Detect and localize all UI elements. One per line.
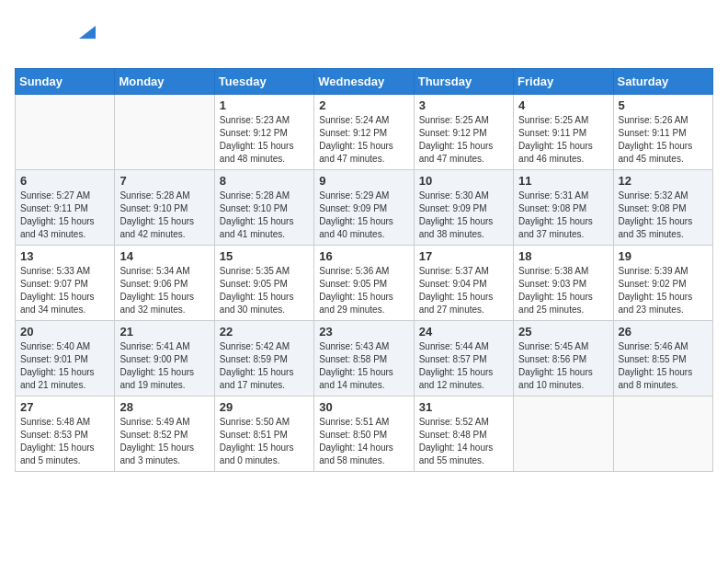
day-number: 1 [220,98,309,112]
calendar-day-23: 23Sunrise: 5:43 AM Sunset: 8:58 PM Dayli… [314,321,414,396]
day-info: Sunrise: 5:50 AM Sunset: 8:51 PM Dayligh… [220,416,309,467]
calendar-body: 1Sunrise: 5:23 AM Sunset: 9:12 PM Daylig… [16,95,713,472]
day-number: 15 [220,249,309,263]
day-number: 24 [419,325,508,339]
calendar-table: SundayMondayTuesdayWednesdayThursdayFrid… [15,68,713,472]
day-number: 27 [20,400,109,414]
calendar-day-10: 10Sunrise: 5:30 AM Sunset: 9:09 PM Dayli… [414,170,513,246]
day-info: Sunrise: 5:38 AM Sunset: 9:03 PM Dayligh… [518,265,608,316]
calendar-empty-cell [613,396,712,472]
day-info: Sunrise: 5:25 AM Sunset: 9:12 PM Dayligh… [419,114,508,166]
day-number: 3 [419,98,508,112]
day-info: Sunrise: 5:49 AM Sunset: 8:52 PM Dayligh… [119,416,209,467]
svg-marker-0 [79,26,96,39]
day-number: 16 [319,249,408,263]
weekday-header-friday: Friday [514,69,613,95]
day-info: Sunrise: 5:26 AM Sunset: 9:11 PM Dayligh… [619,114,708,166]
calendar-day-21: 21Sunrise: 5:41 AM Sunset: 9:00 PM Dayli… [115,321,214,396]
calendar-day-15: 15Sunrise: 5:35 AM Sunset: 9:05 PM Dayli… [214,246,313,321]
calendar-day-2: 2Sunrise: 5:24 AM Sunset: 9:12 PM Daylig… [314,95,414,170]
day-info: Sunrise: 5:39 AM Sunset: 9:02 PM Dayligh… [619,265,708,316]
calendar-day-1: 1Sunrise: 5:23 AM Sunset: 9:12 PM Daylig… [214,95,313,170]
day-info: Sunrise: 5:46 AM Sunset: 8:55 PM Dayligh… [619,340,708,392]
day-number: 9 [319,174,408,188]
day-number: 4 [518,98,608,112]
day-info: Sunrise: 5:43 AM Sunset: 8:58 PM Dayligh… [319,340,408,392]
day-number: 22 [220,325,309,339]
page-header [15,15,713,61]
day-number: 18 [518,249,608,263]
weekday-header-monday: Monday [115,69,214,95]
calendar-day-4: 4Sunrise: 5:25 AM Sunset: 9:11 PM Daylig… [514,95,613,170]
calendar-day-5: 5Sunrise: 5:26 AM Sunset: 9:11 PM Daylig… [613,95,712,170]
logo-wing-icon [75,22,96,42]
day-number: 19 [619,249,708,263]
day-number: 29 [220,400,309,414]
day-number: 20 [20,325,109,339]
logo [15,15,79,61]
calendar-week-row: 1Sunrise: 5:23 AM Sunset: 9:12 PM Daylig… [16,95,713,170]
calendar-day-27: 27Sunrise: 5:48 AM Sunset: 8:53 PM Dayli… [16,396,115,472]
calendar-empty-cell [514,396,613,472]
calendar-day-25: 25Sunrise: 5:45 AM Sunset: 8:56 PM Dayli… [514,321,613,396]
calendar-week-row: 13Sunrise: 5:33 AM Sunset: 9:07 PM Dayli… [16,246,713,321]
day-number: 30 [319,400,408,414]
day-info: Sunrise: 5:34 AM Sunset: 9:06 PM Dayligh… [119,265,209,316]
day-info: Sunrise: 5:29 AM Sunset: 9:09 PM Dayligh… [319,190,408,241]
day-info: Sunrise: 5:37 AM Sunset: 9:04 PM Dayligh… [419,265,508,316]
calendar-day-18: 18Sunrise: 5:38 AM Sunset: 9:03 PM Dayli… [514,246,613,321]
day-info: Sunrise: 5:44 AM Sunset: 8:57 PM Dayligh… [419,340,508,392]
calendar-day-20: 20Sunrise: 5:40 AM Sunset: 9:01 PM Dayli… [16,321,115,396]
weekday-header-thursday: Thursday [414,69,513,95]
day-number: 25 [518,325,608,339]
calendar-week-row: 20Sunrise: 5:40 AM Sunset: 9:01 PM Dayli… [16,321,713,396]
calendar-day-24: 24Sunrise: 5:44 AM Sunset: 8:57 PM Dayli… [414,321,513,396]
day-info: Sunrise: 5:36 AM Sunset: 9:05 PM Dayligh… [319,265,408,316]
calendar-day-12: 12Sunrise: 5:32 AM Sunset: 9:08 PM Dayli… [613,170,712,246]
day-number: 31 [419,400,508,414]
day-number: 7 [119,174,209,188]
calendar-day-30: 30Sunrise: 5:51 AM Sunset: 8:50 PM Dayli… [314,396,414,472]
calendar-day-14: 14Sunrise: 5:34 AM Sunset: 9:06 PM Dayli… [115,246,214,321]
calendar-empty-cell [115,95,214,170]
day-info: Sunrise: 5:52 AM Sunset: 8:48 PM Dayligh… [419,416,508,467]
calendar-day-16: 16Sunrise: 5:36 AM Sunset: 9:05 PM Dayli… [314,246,414,321]
calendar-day-3: 3Sunrise: 5:25 AM Sunset: 9:12 PM Daylig… [414,95,513,170]
day-info: Sunrise: 5:45 AM Sunset: 8:56 PM Dayligh… [518,340,608,392]
calendar-week-row: 6Sunrise: 5:27 AM Sunset: 9:11 PM Daylig… [16,170,713,246]
day-info: Sunrise: 5:28 AM Sunset: 9:10 PM Dayligh… [119,190,209,241]
calendar-day-22: 22Sunrise: 5:42 AM Sunset: 8:59 PM Dayli… [214,321,313,396]
calendar-day-29: 29Sunrise: 5:50 AM Sunset: 8:51 PM Dayli… [214,396,313,472]
calendar-day-7: 7Sunrise: 5:28 AM Sunset: 9:10 PM Daylig… [115,170,214,246]
day-info: Sunrise: 5:48 AM Sunset: 8:53 PM Dayligh… [20,416,109,467]
day-number: 13 [20,249,109,263]
day-info: Sunrise: 5:33 AM Sunset: 9:07 PM Dayligh… [20,265,109,316]
weekday-header-wednesday: Wednesday [314,69,414,95]
day-number: 23 [319,325,408,339]
day-info: Sunrise: 5:51 AM Sunset: 8:50 PM Dayligh… [319,416,408,467]
day-info: Sunrise: 5:28 AM Sunset: 9:10 PM Dayligh… [220,190,309,241]
calendar-empty-cell [16,95,115,170]
day-info: Sunrise: 5:27 AM Sunset: 9:11 PM Dayligh… [20,190,109,241]
day-info: Sunrise: 5:31 AM Sunset: 9:08 PM Dayligh… [518,190,608,241]
weekday-header-saturday: Saturday [613,69,712,95]
day-number: 5 [619,98,708,112]
calendar-day-8: 8Sunrise: 5:28 AM Sunset: 9:10 PM Daylig… [214,170,313,246]
calendar-day-9: 9Sunrise: 5:29 AM Sunset: 9:09 PM Daylig… [314,170,414,246]
day-number: 8 [220,174,309,188]
calendar-day-31: 31Sunrise: 5:52 AM Sunset: 8:48 PM Dayli… [414,396,513,472]
day-number: 12 [619,174,708,188]
calendar-day-17: 17Sunrise: 5:37 AM Sunset: 9:04 PM Dayli… [414,246,513,321]
day-number: 10 [419,174,508,188]
weekday-header-tuesday: Tuesday [214,69,313,95]
calendar-day-13: 13Sunrise: 5:33 AM Sunset: 9:07 PM Dayli… [16,246,115,321]
day-info: Sunrise: 5:32 AM Sunset: 9:08 PM Dayligh… [619,190,708,241]
day-number: 6 [20,174,109,188]
day-info: Sunrise: 5:35 AM Sunset: 9:05 PM Dayligh… [220,265,309,316]
day-number: 11 [518,174,608,188]
day-info: Sunrise: 5:23 AM Sunset: 9:12 PM Dayligh… [220,114,309,166]
day-number: 2 [319,98,408,112]
day-number: 26 [619,325,708,339]
calendar-day-11: 11Sunrise: 5:31 AM Sunset: 9:08 PM Dayli… [514,170,613,246]
day-info: Sunrise: 5:25 AM Sunset: 9:11 PM Dayligh… [518,114,608,166]
